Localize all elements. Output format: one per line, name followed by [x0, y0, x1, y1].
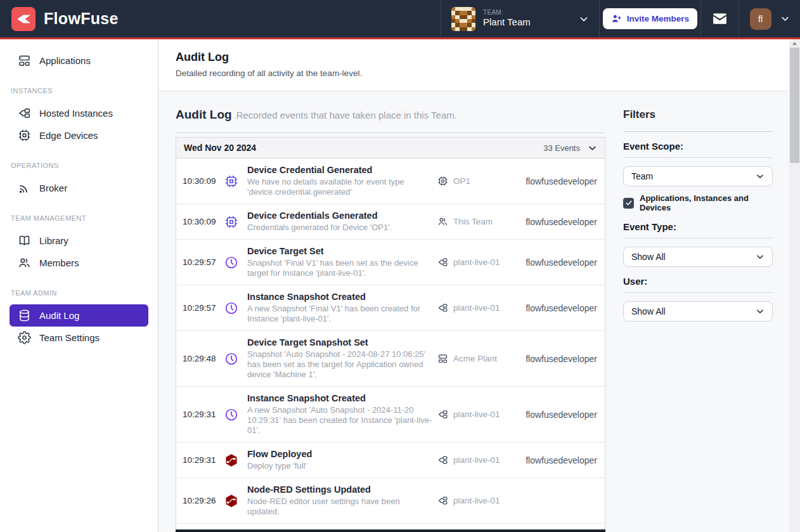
device-icon: [437, 176, 448, 186]
event-user: flowfusedeveloper: [508, 410, 597, 420]
broker-icon: [18, 181, 31, 195]
audit-event-row[interactable]: 10:29:57Device Target SetSnapshot 'Final…: [176, 240, 605, 285]
sidebar-item-label: Edge Devices: [39, 130, 98, 141]
event-scope: plant-live-01: [437, 495, 508, 506]
audit-event-row[interactable]: 10:30:09Device Credential GeneratedWe ha…: [176, 159, 605, 204]
sidebar-item-library[interactable]: Library: [10, 230, 148, 252]
event-time: 10:29:31: [183, 410, 224, 419]
sidebar-section-operations: OPERATIONS: [0, 162, 158, 169]
sidebar-item-hosted-instances[interactable]: Hosted Instances: [10, 102, 148, 124]
sidebar-nav: ApplicationsINSTANCESHosted InstancesEdg…: [0, 39, 158, 532]
sidebar-item-broker[interactable]: Broker: [10, 177, 148, 199]
chevron-down-icon: [588, 143, 597, 153]
event-user: flowfusedeveloper: [508, 455, 597, 465]
settings-icon: [18, 331, 31, 344]
event-title: Device Credentials Generated: [247, 211, 437, 221]
audit-event-row[interactable]: 10:29:26Node-RED Settings UpdatedNode-RE…: [176, 478, 605, 524]
sidebar-item-edge-devices[interactable]: Edge Devices: [10, 124, 148, 146]
nodered-icon: [224, 453, 247, 467]
sidebar-item-members[interactable]: Members: [10, 252, 148, 274]
event-scope: plant-live-01: [437, 409, 508, 420]
event-time: 10:29:26: [183, 496, 224, 505]
sidebar-item-team-settings[interactable]: Team Settings: [10, 327, 148, 349]
chevron-down-icon: [579, 14, 589, 24]
invite-members-label: Invite Members: [627, 14, 689, 23]
audit-event-row[interactable]: 10:29:57Instance Snapshot CreatedA new S…: [176, 285, 605, 331]
instances-icon: [437, 409, 448, 420]
library-icon: [18, 234, 31, 247]
filters-title: Filters: [623, 108, 773, 121]
chevron-down-icon: [756, 252, 765, 261]
event-time: 10:30:09: [183, 217, 224, 226]
event-time: 10:29:48: [183, 354, 224, 363]
event-type-label: Event Type:: [623, 221, 773, 238]
group-date: Wed Nov 20 2024: [184, 143, 256, 153]
group-event-count: 33 Events: [543, 143, 580, 153]
clock-icon: [224, 408, 247, 422]
nodered-icon: [224, 494, 247, 508]
chevron-down-icon: [780, 14, 790, 23]
instances-icon: [437, 257, 448, 268]
page-subtitle: Detailed recording of all activity at th…: [176, 68, 772, 78]
device-icon: [224, 174, 247, 188]
clipped-element-edge: [176, 529, 605, 532]
sidebar-item-label: Members: [39, 257, 79, 268]
user-menu[interactable]: fl: [739, 0, 800, 37]
checkbox-checked-icon: [623, 198, 634, 209]
page-title: Audit Log: [176, 51, 772, 64]
event-scope-label: Acme Plant: [453, 354, 497, 363]
include-children-checkbox[interactable]: Applications, Instances and Devices: [623, 193, 773, 212]
instances-icon: [437, 302, 448, 313]
event-title: Flow Deployed: [247, 449, 437, 459]
event-title: Node-RED Settings Updated: [247, 484, 437, 495]
event-scope-select[interactable]: Team: [623, 166, 773, 186]
filters-panel: Filters Event Scope: Team Applications, …: [623, 108, 773, 532]
mail-icon: [712, 11, 728, 27]
sidebar-section-instances: INSTANCES: [0, 87, 158, 94]
vertical-scrollbar[interactable]: [789, 39, 800, 532]
event-scope-label: plant-live-01: [453, 257, 500, 267]
flowfuse-logo-icon: [11, 7, 35, 31]
event-user: flowfusedeveloper: [508, 303, 597, 313]
event-user: flowfusedeveloper: [508, 217, 597, 227]
event-description: Credentials generated for Device 'OP1'.: [247, 223, 432, 233]
event-title: Device Target Snapshot Set: [247, 337, 437, 347]
event-scope-label: Event Scope:: [623, 141, 773, 158]
sidebar-item-audit-log[interactable]: Audit Log: [10, 304, 148, 327]
avatar: fl: [750, 8, 771, 30]
clock-icon: [224, 301, 247, 315]
group-header[interactable]: Wed Nov 20 2024 33 Events: [176, 138, 605, 159]
event-description: A new Snapshot 'Final V1' has been creat…: [247, 304, 432, 324]
event-time: 10:29:57: [183, 257, 224, 267]
event-title: Device Target Set: [247, 246, 437, 256]
page-header: Audit Log Detailed recording of all acti…: [158, 39, 789, 91]
event-time: 10:29:31: [183, 455, 224, 465]
notifications-button[interactable]: [700, 0, 739, 37]
top-navbar: FlowFuse TEAM: Plant Team Invite Members…: [0, 0, 800, 39]
audit-event-row[interactable]: 10:29:48Device Target Snapshot SetSnapsh…: [176, 331, 605, 387]
event-scope: This Team: [437, 216, 508, 227]
scrollbar-thumb[interactable]: [790, 48, 799, 163]
event-description: Snapshot 'Final V1' has been set as the …: [247, 258, 432, 278]
invite-members-button[interactable]: Invite Members: [603, 8, 697, 29]
clock-icon: [224, 352, 247, 366]
team-selector[interactable]: TEAM: Plant Team: [441, 0, 599, 37]
audit-event-row[interactable]: 10:29:31Flow DeployedDeploy type 'full'p…: [176, 443, 605, 478]
audit-event-row[interactable]: 10:30:09Device Credentials GeneratedCred…: [176, 204, 605, 240]
event-type-select[interactable]: Show All: [623, 247, 773, 267]
sidebar-item-label: Broker: [39, 183, 67, 193]
sidebar-item-label: Library: [39, 235, 68, 246]
audit-event-row[interactable]: 10:29:31Instance Snapshot CreatedA new S…: [176, 387, 605, 443]
chevron-down-icon: [756, 307, 765, 316]
audit-log-icon: [18, 309, 31, 322]
scrollbar-up-arrow-icon[interactable]: [789, 39, 800, 48]
applications-icon: [18, 54, 31, 67]
event-scope: plant-live-01: [437, 302, 508, 313]
instances-icon: [437, 495, 448, 506]
event-title: Instance Snapshot Created: [247, 292, 437, 302]
sidebar-item-applications[interactable]: Applications: [10, 49, 148, 72]
audit-log-group: Wed Nov 20 2024 33 Events 10:30:09Device…: [176, 137, 605, 532]
sidebar-section-team-admin: TEAM ADMIN: [0, 289, 158, 297]
brand[interactable]: FlowFuse: [0, 0, 119, 37]
user-filter-select[interactable]: Show All: [623, 301, 773, 321]
